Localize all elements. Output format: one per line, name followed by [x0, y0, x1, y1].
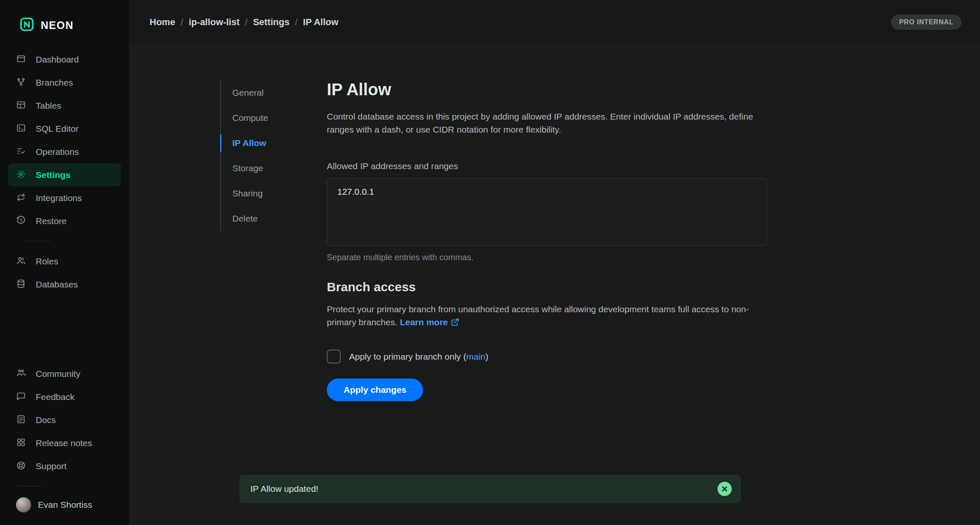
settings-subnav: General Compute IP Allow Storage Sharing…	[220, 80, 327, 231]
tab-ip-allow[interactable]: IP Allow	[221, 131, 327, 156]
toast-message: IP Allow updated!	[250, 484, 318, 494]
sidebar-item-label: Docs	[36, 415, 56, 425]
settings-page: General Compute IP Allow Storage Sharing…	[129, 45, 980, 525]
tables-icon	[16, 100, 27, 111]
sidebar-item-databases[interactable]: Databases	[8, 273, 121, 296]
brand-name: NEON	[41, 19, 74, 31]
user-name: Evan Shortiss	[38, 500, 92, 510]
sidebar-item-branches[interactable]: Branches	[8, 71, 121, 94]
sidebar-item-settings[interactable]: Settings	[8, 163, 121, 186]
ip-allow-panel: IP Allow Control database access in this…	[327, 80, 767, 426]
checkbox-label: Apply to primary branch only (main)	[349, 352, 488, 362]
external-link-icon	[450, 317, 460, 330]
checkbox-label-suffix: )	[485, 352, 488, 361]
tab-general[interactable]: General	[221, 80, 327, 105]
sql-editor-icon	[16, 123, 27, 134]
breadcrumb-settings[interactable]: Settings	[253, 17, 289, 28]
restore-icon	[16, 215, 27, 227]
community-icon	[16, 368, 27, 379]
toast-close-button[interactable]	[717, 482, 732, 496]
user-menu[interactable]: Evan Shortiss	[0, 495, 129, 512]
sidebar-item-community[interactable]: Community	[8, 362, 121, 385]
integrations-icon	[16, 192, 27, 204]
brand[interactable]: NEON	[0, 11, 129, 48]
breadcrumb-project[interactable]: ip-allow-list	[189, 17, 239, 28]
sidebar-footer: Community Feedback Docs Release notes Su…	[0, 362, 129, 512]
sidebar-item-restore[interactable]: Restore	[8, 209, 121, 232]
operations-icon	[16, 146, 27, 157]
sidebar-item-feedback[interactable]: Feedback	[8, 385, 121, 408]
breadcrumb-separator: /	[295, 17, 297, 28]
close-icon	[721, 486, 728, 492]
primary-branch-option: Apply to primary branch only (main)	[327, 350, 767, 363]
sidebar-divider	[25, 241, 51, 241]
support-icon	[16, 460, 27, 472]
roles-icon	[16, 256, 27, 267]
ip-field-helper: Separate multiple entries with commas.	[327, 253, 767, 262]
tab-compute[interactable]: Compute	[221, 105, 327, 131]
sidebar-item-label: Feedback	[36, 392, 74, 402]
checkbox-label-prefix: Apply to primary branch only (	[349, 352, 466, 361]
branch-access-description-text: Protect your primary branch from unautho…	[327, 304, 749, 327]
tab-sharing[interactable]: Sharing	[221, 181, 327, 206]
sidebar-item-label: Support	[36, 461, 67, 471]
sidebar-item-label: Restore	[36, 216, 67, 226]
sidebar-item-label: Roles	[36, 256, 58, 266]
sidebar-item-label: SQL Editor	[36, 124, 79, 134]
gear-icon	[16, 169, 27, 180]
sidebar-item-release-notes[interactable]: Release notes	[8, 431, 121, 454]
page-title: IP Allow	[327, 80, 767, 99]
branches-icon	[16, 77, 27, 88]
sidebar-item-support[interactable]: Support	[8, 454, 121, 478]
page-description: Control database access in this project …	[327, 110, 767, 136]
tab-storage[interactable]: Storage	[221, 156, 327, 181]
databases-icon	[16, 279, 27, 290]
sidebar-divider	[17, 486, 43, 486]
sidebar-item-tables[interactable]: Tables	[8, 94, 121, 117]
neon-logo-icon	[19, 17, 34, 34]
neon-console: NEON Dashboard Branches Tables SQL Edito…	[0, 0, 980, 525]
sidebar-item-label: Tables	[36, 101, 61, 111]
sidebar: NEON Dashboard Branches Tables SQL Edito…	[0, 0, 129, 525]
sidebar-item-operations[interactable]: Operations	[8, 140, 121, 163]
breadcrumb: Home / ip-allow-list / Settings / IP All…	[150, 17, 339, 28]
breadcrumb-separator: /	[245, 17, 247, 28]
sidebar-item-label: Release notes	[36, 438, 92, 448]
learn-more-label: Learn more	[400, 317, 448, 327]
sidebar-item-label: Dashboard	[36, 55, 79, 65]
breadcrumb-home[interactable]: Home	[150, 17, 175, 28]
ip-addresses-textarea[interactable]: 127.0.0.1	[327, 178, 767, 246]
tab-delete[interactable]: Delete	[221, 206, 327, 231]
topbar: Home / ip-allow-list / Settings / IP All…	[129, 0, 980, 45]
sidebar-item-label: Settings	[36, 170, 71, 180]
sidebar-item-dashboard[interactable]: Dashboard	[8, 48, 121, 71]
avatar	[16, 497, 31, 512]
primary-branch-checkbox[interactable]	[327, 350, 341, 363]
breadcrumb-separator: /	[181, 17, 183, 28]
sidebar-footer-nav: Community Feedback Docs Release notes Su…	[0, 362, 129, 478]
branch-name-link[interactable]: main	[466, 352, 486, 361]
sidebar-nav: Dashboard Branches Tables SQL Editor Ope…	[0, 48, 129, 296]
main-column: Home / ip-allow-list / Settings / IP All…	[129, 0, 980, 525]
branch-access-heading: Branch access	[327, 280, 767, 294]
sidebar-item-label: Databases	[36, 279, 78, 290]
toast-notification: IP Allow updated!	[239, 475, 741, 503]
branch-access-description: Protect your primary branch from unautho…	[327, 303, 767, 330]
sidebar-item-label: Branches	[36, 78, 73, 88]
plan-badge: PRO INTERNAL	[891, 15, 962, 30]
dashboard-icon	[16, 54, 27, 65]
learn-more-link[interactable]: Learn more	[400, 317, 460, 327]
breadcrumb-current: IP Allow	[303, 17, 338, 28]
sidebar-item-label: Community	[36, 369, 80, 379]
sidebar-item-label: Integrations	[36, 193, 82, 203]
sidebar-item-sql-editor[interactable]: SQL Editor	[8, 117, 121, 140]
sidebar-item-docs[interactable]: Docs	[8, 408, 121, 431]
release-notes-icon	[16, 437, 27, 449]
sidebar-item-integrations[interactable]: Integrations	[8, 186, 121, 209]
sidebar-item-label: Operations	[36, 147, 79, 157]
ip-field-label: Allowed IP addresses and ranges	[327, 161, 767, 171]
apply-changes-button[interactable]: Apply changes	[327, 379, 423, 401]
docs-icon	[16, 414, 27, 426]
feedback-icon	[16, 391, 27, 402]
sidebar-item-roles[interactable]: Roles	[8, 250, 121, 273]
